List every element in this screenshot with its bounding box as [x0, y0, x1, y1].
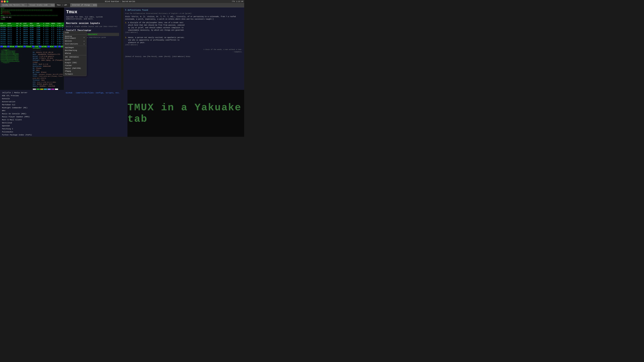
menu-item-flatbar[interactable]: Flatbar [63, 64, 86, 67]
yakuake-text: TMUX in a Yakuake tab [128, 102, 244, 125]
tmux-section1-desc: Build a single window layout and use tmu… [66, 26, 119, 27]
username-display: chris@m73 [33, 48, 64, 50]
dict-citation-2: [1913 Webster] [125, 44, 242, 46]
menu-item-firewall[interactable]: Firewall [63, 73, 86, 76]
list-item[interactable]: Konsole [2, 97, 62, 100]
battery-status: 77% [232, 1, 235, 2]
main-area: 1[|] 2[|||||||||||||||||||||||||||||||||… [0, 7, 244, 137]
wm-value: KWin [36, 69, 40, 71]
dict-citation-1: [1913 Webster] [125, 31, 242, 34]
github-links-panel: GitHub - csmertx/dotfiles: configs, scri… [64, 90, 128, 137]
dict-entry: Stoic \Sto\ic, m. [L. stoicus, Gr. 7, fr… [125, 15, 242, 58]
menu-item-code[interactable]: Code [63, 31, 86, 34]
list-item[interactable]: Mutt E-Mail Client [2, 118, 62, 121]
list-item[interactable]: OpenSSH [2, 124, 62, 127]
menu-item-whatup[interactable]: Whatup [63, 52, 86, 55]
uptime-value: 8 hours, 23 mins [40, 57, 53, 59]
dict-def-1: 1. A disciple of the philosopher Zeno; o… [125, 21, 242, 34]
minimize-button[interactable] [4, 0, 6, 2]
list-item[interactable]: Music On Console (MOC) [2, 112, 62, 115]
menu-item-irc[interactable]: IRC (DOCkable) [63, 56, 86, 58]
top-bar: Blind Guardian - Sacred Worlds 77% 1:13 … [0, 0, 244, 3]
tmux-title: Tmux [66, 9, 119, 14]
dictionary-panel: 5 definitions found From The Collaborati… [124, 7, 244, 96]
bottom-area: Jellyfin | Media ServerKDE STL PreviewKo… [0, 90, 244, 137]
menu-item-distros[interactable]: Distributions ▶ [63, 42, 86, 45]
memory-value: 8930MiB / 15947MiB [40, 85, 55, 87]
tab-2-label: Visual Studio Code - Cool... [30, 4, 55, 6]
shell-value: bash 5.2.15 [39, 63, 48, 65]
list-item[interactable]: MPV [2, 109, 62, 112]
window-controls [1, 0, 8, 2]
resource-list: Jellyfin | Media ServerKDE STL PreviewKo… [0, 90, 64, 137]
menu-item-ffmpeg[interactable]: Ffmpeg [63, 70, 86, 73]
terminal-value: tmux [41, 79, 44, 81]
list-item[interactable]: Pulseaudio [2, 130, 62, 133]
resolution-value: 3840x2160 [43, 65, 51, 67]
context-menu[interactable]: Code Desktop Environment ▶ Devices ▶ Dis… [63, 31, 86, 76]
menu-item-docker[interactable]: Docker [63, 58, 86, 61]
tab-4-label: Internet of things - Wiki... [72, 4, 97, 6]
de-value: Plasma [36, 67, 41, 69]
resource-items: Jellyfin | Media ServerKDE STL PreviewKo… [2, 91, 62, 137]
tab-3-label: Tmux | LGM [57, 4, 67, 6]
tab-bar: Scooby-Doo Mystery Inc... × Visual Studi… [0, 3, 244, 7]
tab-3[interactable]: Tmux | LGM × [55, 3, 70, 7]
kernel-value: 5.19.0-35-generic [40, 56, 54, 57]
tab-3-close[interactable]: × [68, 4, 68, 6]
sysinfo-panel: .:./osyyyyso/. -oyyysodMyyyyyysyyyyy: -o… [0, 48, 64, 97]
menu-item-faucot[interactable]: FauCot (PHP/FPM) [63, 67, 86, 70]
theme-value: Cantadark [Plasma], Nord-GTK [GTK2/3] [39, 74, 64, 75]
tmux-subtitle: Awesome for SSH, CLI IDEs, system admini… [66, 16, 119, 20]
cpu-value: Intel i7-4790 (8) @ 3.90GHz [37, 82, 56, 83]
close-button[interactable] [1, 0, 3, 2]
dict-source: From The Collaborative International Dic… [125, 13, 242, 14]
tab-1[interactable]: Scooby-Doo Mystery Inc... × [1, 3, 28, 7]
dict-school-text: {School of Stoics}. See {The Porch}, und… [125, 56, 242, 58]
tmux-section1-title: Recreate session layouts [66, 22, 119, 25]
menu-item-bench[interactable]: Benchmarking [63, 49, 86, 52]
menu-item-desktop[interactable]: Desktop Environment ▶ [63, 35, 86, 40]
list-item[interactable]: Midnight Commander (MC) [2, 106, 62, 109]
list-item[interactable]: Konversation [2, 100, 62, 103]
list-item[interactable]: Nextcloud [2, 121, 62, 124]
dict-adj-text: Stoic \Sto\ic, m. [L. stoicus, Gr. 7, fr… [125, 15, 242, 20]
list-item[interactable]: Markdown CLI [2, 103, 62, 106]
list-item[interactable]: KDE STL Preview [2, 94, 62, 97]
tab-2[interactable]: Visual Studio Code - Cool... × [28, 3, 55, 7]
gpu-value: NVIDIA Quadro K620 [37, 83, 52, 85]
dict-header: 5 definitions found [125, 9, 242, 11]
wmtheme-value: Breeze [41, 71, 46, 73]
dict-def-2: 2. Hence, a person not easily excited; a… [125, 36, 242, 46]
tab-4[interactable]: Internet of things - Wiki... × [70, 3, 97, 7]
yakuake-video-panel: TMUX in a Yakuake tab [128, 90, 244, 137]
list-item[interactable]: Python Package Index (PyPI) [2, 133, 62, 136]
host-value: 10AU002PU5 ThinkCentre E73 [38, 54, 60, 55]
clock: 1:13 AM [236, 1, 243, 2]
media-title: Blind Guardian - Sacred Worlds [105, 1, 135, 2]
menu-item-devices[interactable]: Devices ▶ [63, 40, 86, 42]
tab-1-label: Scooby-Doo Mystery Inc... [2, 4, 28, 6]
status-area: 77% 1:13 AM [232, 1, 243, 2]
github-link-1[interactable]: GitHub - csmertx/dotfiles: configs, scri… [66, 92, 126, 94]
list-item[interactable]: Jellyfin | Media Server [2, 91, 62, 94]
list-item[interactable]: QT5 (KDE) [2, 136, 62, 137]
menu-item-diagio[interactable]: Diagio (IDE) [63, 61, 86, 64]
list-item[interactable]: Patching C [2, 127, 62, 130]
menu-item-appimages[interactable]: Appimages [63, 46, 86, 49]
dict-campbell-quote: A Stoic of the woods, a man without a te… [125, 49, 242, 53]
maximize-button[interactable] [6, 0, 8, 2]
os-value: Kubuntu 23.04 x86_64 [36, 52, 53, 53]
list-item[interactable]: Music Player Daemon (MPD) [2, 115, 62, 118]
